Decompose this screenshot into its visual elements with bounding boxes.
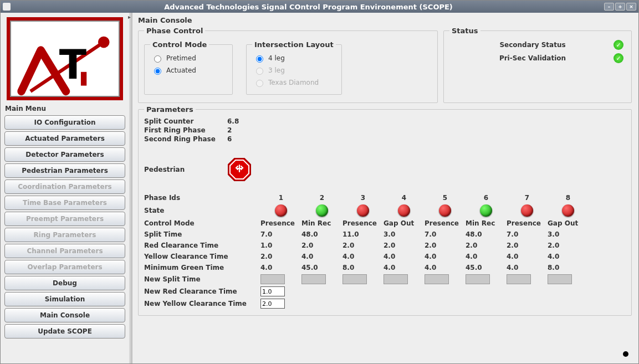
status-row: Secondary Status✓ xyxy=(449,38,626,52)
state-cell xyxy=(384,204,425,217)
cell-value: 2.0 xyxy=(301,242,342,249)
cell-value: 2.0 xyxy=(507,242,548,249)
menu-pedestrian-parameters[interactable]: Pedestrian Parameters xyxy=(4,163,125,178)
window-title: Advanced Technologies Signal COntrol Pro… xyxy=(14,3,603,11)
phase-ids-label: Phase Ids xyxy=(144,194,260,202)
radio-texas-diamond: Texas Diamond xyxy=(252,76,336,89)
menu-io-configuration[interactable]: IO Configuration xyxy=(4,115,125,130)
cell-value: 2.0 xyxy=(548,242,589,249)
new-split-time-input[interactable] xyxy=(466,274,490,284)
status-legend: Status xyxy=(449,27,480,35)
phase-id-cell: 4 xyxy=(384,194,425,202)
split-input-cell xyxy=(384,274,425,284)
param-label: Split Counter xyxy=(144,117,227,125)
status-label: Secondary Status xyxy=(452,41,614,49)
status-row: Pri-Sec Validation✓ xyxy=(449,52,626,65)
cell-value: 8.0 xyxy=(342,264,384,271)
pedestrian-label: Pedestrian xyxy=(144,166,227,173)
radio-input[interactable] xyxy=(154,68,161,75)
row-label: Yellow Clearance Time xyxy=(144,253,260,260)
split-input-cell xyxy=(466,274,507,284)
phase-control-legend: Phase Control xyxy=(144,27,205,35)
intersection-layout-legend: Intersection Layout xyxy=(252,40,336,49)
state-cell xyxy=(466,204,507,217)
cell-value: 11.0 xyxy=(342,230,384,238)
menu-debug[interactable]: Debug xyxy=(4,276,125,290)
cell-value: 3.0 xyxy=(384,230,425,238)
row-label: Minimum Green Time xyxy=(144,264,260,271)
cell-value: Gap Out xyxy=(384,219,425,227)
minimize-button[interactable]: – xyxy=(604,3,614,11)
menu-simulation[interactable]: Simulation xyxy=(4,292,125,306)
radio-input[interactable] xyxy=(256,55,263,63)
menu-main-console[interactable]: Main Console xyxy=(4,308,125,322)
radio-input xyxy=(256,68,263,75)
cell-value: 2.0 xyxy=(342,242,384,249)
close-button[interactable]: × xyxy=(626,3,636,11)
cell-value: Min Rec xyxy=(466,219,507,227)
cell-value: 48.0 xyxy=(466,230,507,238)
new-red-clearance-label: New Red Clearance Time xyxy=(144,288,260,295)
new-yellow-clearance-input[interactable] xyxy=(260,299,285,309)
red-light-icon xyxy=(357,204,369,217)
split-input-cell xyxy=(342,274,384,284)
row-label: Red Clearance Time xyxy=(144,242,260,249)
state-cell xyxy=(301,204,342,217)
maximize-button[interactable]: + xyxy=(615,3,625,11)
new-split-time-input[interactable] xyxy=(548,274,572,284)
menu-update-scope[interactable]: Update SCOPE xyxy=(4,324,125,339)
cell-value: 45.0 xyxy=(466,264,507,271)
cell-value: 4.0 xyxy=(466,253,507,260)
radio-4-leg[interactable]: 4 leg xyxy=(252,52,336,64)
new-red-clearance-input[interactable] xyxy=(260,286,285,296)
red-light-icon xyxy=(521,204,533,217)
new-split-time-input[interactable] xyxy=(384,274,408,284)
parameters-legend: Parameters xyxy=(144,105,196,114)
radio-actuated[interactable]: Actuated xyxy=(150,64,227,76)
new-split-time-input[interactable] xyxy=(342,274,367,284)
row-label: Split Time xyxy=(144,230,260,238)
main-console-title: Main Console xyxy=(138,15,632,27)
control-mode-legend: Control Mode xyxy=(150,40,209,49)
cell-value: 2.0 xyxy=(260,253,301,260)
state-cell xyxy=(342,204,384,217)
split-input-cell xyxy=(548,274,589,284)
new-split-time-label: New Split Time xyxy=(144,275,260,283)
cell-value: 4.0 xyxy=(548,253,589,260)
split-input-cell xyxy=(425,274,466,284)
table-row: Minimum Green Time4.045.08.04.04.045.04.… xyxy=(144,262,626,273)
state-label: State xyxy=(144,207,260,214)
menu-actuated-parameters[interactable]: Actuated Parameters xyxy=(4,131,125,146)
split-input-cell xyxy=(260,274,301,284)
radio-pretimed[interactable]: Pretimed xyxy=(150,52,227,64)
split-input-cell xyxy=(507,274,548,284)
cell-value: 2.0 xyxy=(466,242,507,249)
split-input-cell xyxy=(301,274,342,284)
new-split-time-input[interactable] xyxy=(425,274,449,284)
param-value: 2 xyxy=(227,126,232,134)
new-split-time-input[interactable] xyxy=(260,274,285,284)
app-icon xyxy=(3,3,11,11)
menu-channel-parameters: Channel Parameters xyxy=(4,244,125,258)
table-row: Red Clearance Time1.02.02.02.02.02.02.02… xyxy=(144,240,626,251)
menu-ring-parameters: Ring Parameters xyxy=(4,228,125,242)
radio-label: Texas Diamond xyxy=(268,79,319,86)
radio-input[interactable] xyxy=(154,55,161,63)
radio-label: Actuated xyxy=(166,66,196,74)
new-split-time-input[interactable] xyxy=(507,274,531,284)
cell-value: Gap Out xyxy=(548,219,589,227)
table-row: Split Time7.048.011.03.07.048.07.03.0 xyxy=(144,229,626,240)
radio-label: 4 leg xyxy=(268,54,285,62)
green-light-icon xyxy=(316,204,328,217)
new-yellow-clearance-label: New Yellow Clearance Time xyxy=(144,300,260,307)
green-light-icon xyxy=(480,204,492,217)
cell-value: Min Rec xyxy=(301,219,342,227)
status-label: Pri-Sec Validation xyxy=(452,54,614,62)
radio-label: 3 leg xyxy=(268,66,285,74)
radio-label: Pretimed xyxy=(166,54,196,62)
cell-value: 1.0 xyxy=(260,242,301,249)
new-split-time-input[interactable] xyxy=(301,274,326,284)
phase-id-cell: 3 xyxy=(342,194,384,202)
cell-value: Presence xyxy=(507,219,548,227)
menu-detector-parameters[interactable]: Detector Parameters xyxy=(4,147,125,162)
